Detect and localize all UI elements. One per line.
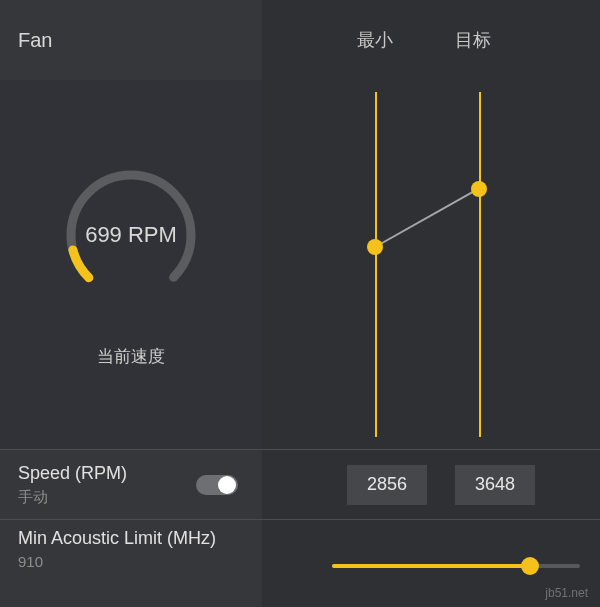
min-slider-knob[interactable] bbox=[367, 239, 383, 255]
min-value-input[interactable]: 2856 bbox=[347, 465, 427, 505]
acoustic-row: Min Acoustic Limit (MHz) 910 bbox=[0, 519, 262, 607]
target-slider-knob[interactable] bbox=[471, 181, 487, 197]
acoustic-row-title: Min Acoustic Limit (MHz) bbox=[18, 528, 216, 549]
acoustic-slider-fill bbox=[332, 564, 530, 568]
acoustic-slider-knob[interactable] bbox=[521, 557, 539, 575]
acoustic-slider[interactable] bbox=[332, 564, 580, 568]
acoustic-row-value: 910 bbox=[18, 553, 216, 570]
gauge-caption: 当前速度 bbox=[97, 345, 165, 368]
section-title: Fan bbox=[0, 0, 262, 80]
speed-row: Speed (RPM) 手动 bbox=[0, 449, 262, 519]
header-target: 目标 bbox=[455, 28, 491, 52]
speed-manual-toggle[interactable] bbox=[196, 475, 238, 495]
left-pane: Fan 699 RPM 当前速度 Speed (RPM) 手动 Min Acou… bbox=[0, 0, 262, 607]
min-slider-track[interactable] bbox=[375, 92, 377, 437]
value-row: 2856 3648 bbox=[262, 449, 600, 519]
gauge-area: 699 RPM 当前速度 bbox=[0, 80, 262, 449]
slider-connector bbox=[375, 188, 480, 248]
fan-speed-gauge: 699 RPM bbox=[51, 155, 211, 315]
vertical-slider-area bbox=[262, 80, 600, 449]
slider-headers: 最小 目标 bbox=[262, 0, 600, 80]
right-pane: 最小 目标 2856 3648 jb51.net bbox=[262, 0, 600, 607]
header-min: 最小 bbox=[357, 28, 393, 52]
speed-row-title: Speed (RPM) bbox=[18, 463, 127, 484]
section-title-text: Fan bbox=[18, 29, 52, 52]
gauge-value: 699 RPM bbox=[51, 155, 211, 315]
watermark: jb51.net bbox=[541, 585, 592, 601]
target-slider-track[interactable] bbox=[479, 92, 481, 437]
target-value-input[interactable]: 3648 bbox=[455, 465, 535, 505]
speed-row-sub: 手动 bbox=[18, 488, 127, 507]
